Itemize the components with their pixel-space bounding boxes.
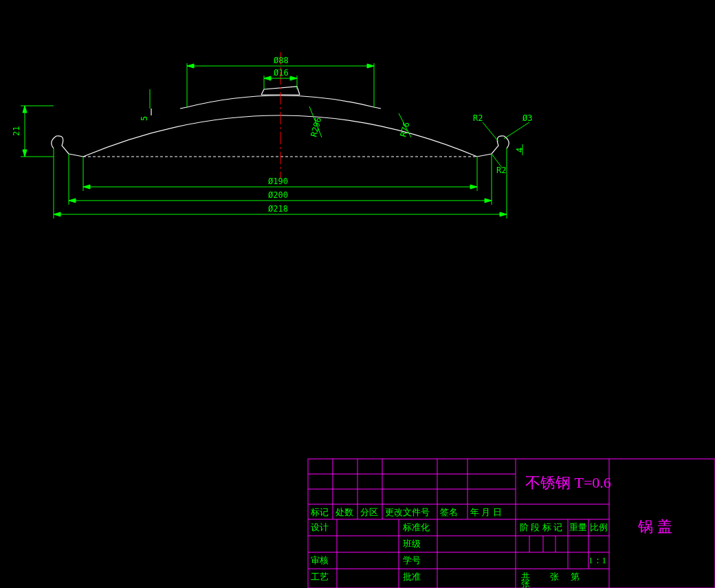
tb-mark: 标记 <box>310 507 329 517</box>
svg-marker-17 <box>83 185 90 189</box>
tb-material: 不锈钢 T=0.6 <box>525 474 611 491</box>
tb-date: 年 月 日 <box>470 507 502 517</box>
svg-marker-22 <box>69 199 76 203</box>
svg-marker-33 <box>23 150 27 157</box>
tb-scale: 比例 <box>590 522 608 532</box>
tb-studentid: 学号 <box>403 555 421 565</box>
svg-marker-7 <box>187 64 194 68</box>
svg-marker-13 <box>290 76 297 80</box>
dim-d200: Ø200 <box>268 190 288 200</box>
tb-weight: 重量 <box>569 522 587 532</box>
svg-marker-8 <box>367 64 374 68</box>
tb-design: 设计 <box>311 522 329 532</box>
dim-h21: 21 <box>12 126 21 136</box>
dim-r2b: R2 <box>496 166 506 175</box>
svg-marker-27 <box>54 212 60 216</box>
svg-line-39 <box>504 122 529 139</box>
dim-d3: Ø3 <box>522 113 532 123</box>
title-block: 不锈钢 T=0.6 锅 盖 标记 处数 分区 更改文件号 签名 年 月 日 设计… <box>308 459 715 588</box>
tb-sign: 签名 <box>440 507 458 517</box>
tb-class: 班级 <box>403 539 421 549</box>
dimension-texts: Ø88 Ø16 R296 R76 R2 R2 Ø3 4 21 5 Ø190 Ø2… <box>12 56 532 214</box>
tb-scale-v: 1：1 <box>588 555 606 565</box>
dim-d16: Ø16 <box>274 68 289 78</box>
tb-approve: 批准 <box>403 572 421 582</box>
svg-marker-28 <box>500 212 507 216</box>
tb-review: 审核 <box>311 555 329 565</box>
tb-standard: 标准化 <box>402 522 430 532</box>
tb-change: 更改文件号 <box>385 507 430 517</box>
dim-r2a: R2 <box>473 113 483 123</box>
tb-stage: 阶 段 标 记 <box>520 522 562 532</box>
tb-process: 工艺 <box>311 572 329 582</box>
tb-zone: 分区 <box>360 507 378 517</box>
dim-r296: R296 <box>309 116 323 138</box>
svg-marker-18 <box>470 185 477 189</box>
dim-d88: Ø88 <box>274 56 289 65</box>
tb-sheet3: 张 <box>521 578 530 588</box>
cad-drawing-canvas: Ø88 Ø16 R296 R76 R2 R2 Ø3 4 21 5 Ø190 Ø2… <box>0 0 715 588</box>
dim-r76: R76 <box>398 121 411 138</box>
svg-marker-32 <box>23 106 27 113</box>
svg-marker-23 <box>485 199 492 203</box>
tb-qty: 处数 <box>336 507 353 517</box>
tb-sheet: 张 <box>550 572 559 582</box>
dim-d218: Ø218 <box>268 204 288 214</box>
dim-h5: 5 <box>140 116 149 121</box>
svg-line-37 <box>483 122 498 142</box>
dim-d190: Ø190 <box>268 177 288 186</box>
tb-part-name: 锅 盖 <box>637 518 672 535</box>
dim-h4: 4 <box>515 148 525 152</box>
tb-sheet2: 第 <box>571 572 580 582</box>
svg-marker-12 <box>264 76 271 80</box>
